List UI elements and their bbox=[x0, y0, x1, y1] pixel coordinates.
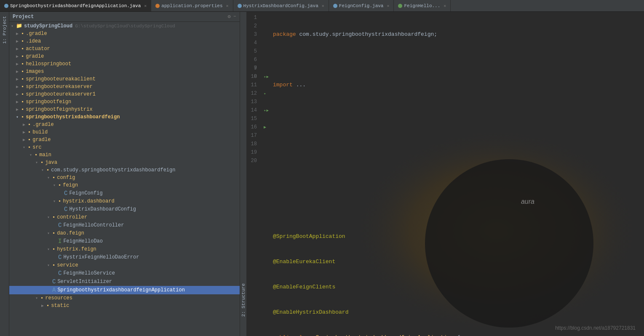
structure-tab[interactable]: 2: Structure bbox=[240, 12, 247, 336]
tab-hystrix-cfg[interactable]: HystrixDashboardConfig.java ✕ bbox=[233, 0, 329, 11]
java-class-icon: C bbox=[58, 254, 61, 261]
expand-arrow: ▾ bbox=[41, 168, 46, 173]
expand-arrow: ▾ bbox=[47, 231, 52, 236]
tree-item-label: springbootfeign bbox=[26, 99, 71, 105]
bean-icon-3: ✦ bbox=[264, 108, 266, 113]
expand-arrow: ▶ bbox=[16, 39, 21, 44]
java-class-icon: C bbox=[52, 278, 56, 285]
folder-open-icon: ▪ bbox=[40, 295, 43, 301]
tree-item-label: springboothystrixdashboardfeign bbox=[26, 114, 120, 120]
tab-feign-cfg[interactable]: FeignConfig.java ✕ bbox=[329, 0, 394, 11]
code-line-11: @EnableFeignClients bbox=[273, 283, 644, 291]
folder-open-icon: ▪ bbox=[58, 198, 61, 204]
tree-item-label: feign bbox=[63, 182, 78, 188]
tree-item-feignconfig[interactable]: ▶ C FeignConfig bbox=[9, 189, 240, 197]
tree-item-main-app-class[interactable]: ▶ A SpringboothystrixdashboardfeignAppli… bbox=[9, 286, 240, 294]
root-path: G:\studySpringCloud\studySpringCloud bbox=[75, 24, 175, 29]
code-editor[interactable]: package com.study.springboothystrixdashb… bbox=[273, 12, 644, 336]
tree-item-feign-pkg[interactable]: ▾ ▪ feign bbox=[9, 181, 240, 189]
tree-item-label: FeignHelloDao bbox=[63, 238, 103, 244]
tab-main-app[interactable]: SpringboothystrixdashboardfeignApplicati… bbox=[0, 0, 151, 11]
expand-arrow: ▶ bbox=[23, 130, 28, 135]
project-tab[interactable]: 1: Project bbox=[0, 12, 9, 336]
folder-icon: ▪ bbox=[28, 129, 31, 135]
expand-arrow: ▶ bbox=[23, 137, 28, 142]
tree-item-label: .gradle bbox=[32, 122, 53, 128]
tree-item-sub-gradle[interactable]: ▶ ▪ .gradle bbox=[9, 121, 240, 128]
run-icon: ▶ bbox=[266, 75, 268, 79]
tree-item-static[interactable]: ▶ ▪ static bbox=[9, 302, 240, 309]
tree-item-feignhystrix[interactable]: ▶ ▪ springbootfeignhystrix bbox=[9, 106, 240, 113]
folder-icon: ▪ bbox=[21, 91, 24, 97]
tree-item-bootfeign[interactable]: ▶ ▪ springbootfeign bbox=[9, 98, 240, 106]
structure-tab-label[interactable]: 2: Structure bbox=[240, 281, 247, 319]
tree-item-controller[interactable]: ▾ ▪ controller bbox=[9, 213, 240, 221]
tree-item-label: FeignHelloController bbox=[63, 222, 124, 228]
tab-feign-hello[interactable]: FeignHello... ✕ bbox=[394, 0, 451, 11]
expand-arrow: ▾ bbox=[23, 145, 28, 150]
tree-item-idea[interactable]: ▶ ▪ .idea bbox=[9, 37, 240, 45]
tree-item-sub-gradle2[interactable]: ▶ ▪ gradle bbox=[9, 136, 240, 144]
tab-close-icon[interactable]: ✕ bbox=[226, 3, 229, 8]
collapse-icon[interactable]: – bbox=[233, 13, 236, 20]
folder-icon: ▪ bbox=[21, 53, 24, 59]
tree-item-package[interactable]: ▾ ▪ com.study.springboothystrixdashboard… bbox=[9, 166, 240, 174]
project-tab-label[interactable]: 1: Project bbox=[1, 13, 8, 46]
code-line-8 bbox=[273, 207, 644, 216]
tree-item-config[interactable]: ▾ ▪ config bbox=[9, 174, 240, 181]
tree-item-eurekaclient[interactable]: ▶ ▪ springbooteureakaclient bbox=[9, 75, 240, 83]
tree-item-hellospringboot[interactable]: ▶ ▪ hellospringboot bbox=[9, 60, 240, 68]
tree-item-java[interactable]: ▾ ▪ java bbox=[9, 159, 240, 166]
gear-icon[interactable]: ⚙ bbox=[228, 13, 231, 20]
tree-item-eurekaserver[interactable]: ▶ ▪ springbooteurekaserver bbox=[9, 83, 240, 91]
expand-arrow: ▾ bbox=[35, 160, 40, 165]
tree-item-src[interactable]: ▾ ▪ src bbox=[9, 144, 240, 151]
expand-arrow: ▶ bbox=[16, 61, 21, 67]
tree-item-feignhellocontroller[interactable]: ▶ C FeignHelloController bbox=[9, 221, 240, 229]
folder-open-icon: ▪ bbox=[58, 182, 61, 188]
tree-item-hystrix-feign[interactable]: ▾ ▪ hystrix.feign bbox=[9, 245, 240, 253]
tree-item-dao-feign[interactable]: ▾ ▪ dao.feign bbox=[9, 229, 240, 237]
tree-item-feignhelloservice[interactable]: ▶ C FeignHelloService bbox=[9, 269, 240, 277]
expand-arrow: ▾ bbox=[35, 296, 40, 301]
tree-item-label: com.study.springboothystrixdashboardfeig… bbox=[51, 167, 175, 173]
tab-close-icon[interactable]: ✕ bbox=[387, 3, 389, 8]
tree-item-hystrixdashconfig[interactable]: ▶ C HystrixDashboardConfig bbox=[9, 205, 240, 213]
expand-arrow: ▾ bbox=[29, 152, 35, 157]
expand-arrow: ▾ bbox=[53, 199, 58, 204]
tree-item-label: static bbox=[51, 303, 69, 309]
code-line-9: @SpringBootApplication bbox=[273, 232, 644, 241]
folder-icon: ▪ bbox=[21, 31, 24, 37]
folder-open-icon: ▪ bbox=[52, 262, 55, 268]
tree-item-actuator[interactable]: ▶ ▪ actuator bbox=[9, 45, 240, 53]
tree-item-label: service bbox=[57, 262, 78, 268]
tree-item-eurekaserver1[interactable]: ▶ ▪ springbooteurekaserver1 bbox=[9, 91, 240, 98]
code-line-7 bbox=[273, 182, 644, 190]
java-class-icon: C bbox=[64, 206, 67, 213]
tab-close-icon[interactable]: ✕ bbox=[444, 3, 446, 8]
root-label: studySpringCloud bbox=[24, 23, 72, 29]
tree-item-build[interactable]: ▶ ▪ build bbox=[9, 128, 240, 136]
tree-item-label: springbootfeignhystrix bbox=[26, 107, 92, 112]
tree-item-label: ServletInitializer bbox=[57, 279, 112, 285]
tree-item-hystrixdashfeign[interactable]: ▾ ▪ springboothystrixdashboardfeign bbox=[9, 113, 240, 121]
code-line-1: package com.study.springboothystrixdashb… bbox=[273, 30, 644, 39]
tree-item-resources[interactable]: ▾ ▪ resources bbox=[9, 294, 240, 302]
tree-item-main[interactable]: ▾ ▪ main bbox=[9, 151, 240, 159]
tab-app-props[interactable]: application.properties ✕ bbox=[151, 0, 233, 11]
tree-item-images[interactable]: ▶ ▪ images bbox=[9, 68, 240, 75]
tree-item-hystrix-dashboard-pkg[interactable]: ▾ ▪ hystrix.dashboard bbox=[9, 197, 240, 205]
tab-close-icon[interactable]: ✕ bbox=[322, 3, 324, 8]
java-file-icon bbox=[333, 4, 337, 8]
tab-close-icon[interactable]: ✕ bbox=[144, 3, 147, 8]
tree-item-gradle[interactable]: ▶ ▪ gradle bbox=[9, 53, 240, 60]
tree-item-feignhellodao[interactable]: ▶ I FeignHelloDao bbox=[9, 237, 240, 245]
tree-item-hystrixfeignerror[interactable]: ▶ C HystrixFeignHelloDaoError bbox=[9, 253, 240, 261]
tree-item-label: springbooteureakaclient bbox=[26, 76, 96, 82]
tree-item-service[interactable]: ▾ ▪ service bbox=[9, 261, 240, 269]
tree-item-gradle-root[interactable]: ▶ ▪ .gradle bbox=[9, 30, 240, 37]
tree-item-servletinitializer[interactable]: ▶ C ServletInitializer bbox=[9, 277, 240, 286]
tree-item-label: FeignConfig bbox=[69, 190, 102, 196]
tree-root[interactable]: ▾ 📁 studySpringCloud G:\studySpringCloud… bbox=[9, 22, 240, 30]
java-class-selected-icon: A bbox=[52, 287, 56, 293]
